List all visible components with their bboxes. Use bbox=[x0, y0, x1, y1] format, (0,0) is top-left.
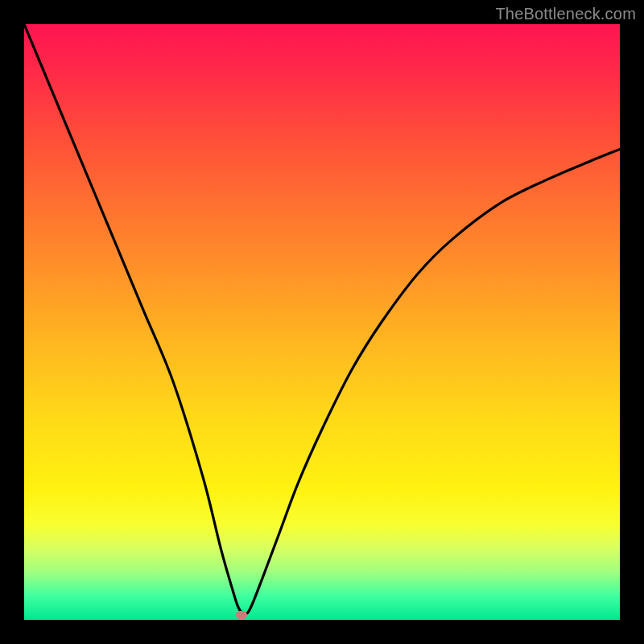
minimum-marker bbox=[236, 611, 247, 619]
chart-frame: TheBottleneck.com bbox=[0, 0, 644, 644]
bottleneck-curve bbox=[24, 24, 620, 614]
curve-svg bbox=[24, 24, 620, 620]
watermark-label: TheBottleneck.com bbox=[495, 5, 636, 23]
plot-area bbox=[24, 24, 620, 620]
